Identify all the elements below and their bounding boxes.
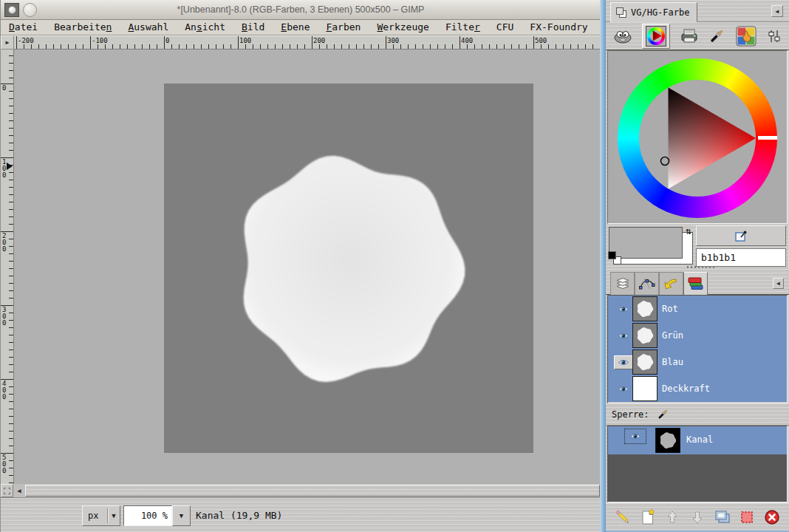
hue-saturation-wheel[interactable] xyxy=(618,58,777,218)
tab-paths[interactable] xyxy=(635,272,659,295)
chevron-down-icon: ▼ xyxy=(108,512,120,519)
duplicate-channel-button[interactable] xyxy=(712,506,733,528)
menu-bar: DateiBearbeitenAuswahlAnsichtBildEbeneFa… xyxy=(1,20,601,35)
menu-item-ansicht[interactable]: Ansicht xyxy=(177,20,233,35)
horizontal-ruler[interactable]: -200-1000100200300400500 xyxy=(14,35,601,50)
ruler-row: ▶ -200-1000100200300400500 xyxy=(1,35,601,50)
image-view[interactable] xyxy=(164,83,533,453)
menu-item-datei[interactable]: Datei xyxy=(1,20,46,35)
hruler-label: -200 xyxy=(18,37,34,44)
open-color-dialog-button[interactable] xyxy=(696,225,786,246)
default-colors-icon[interactable] xyxy=(608,251,623,266)
visibility-toggle[interactable] xyxy=(614,355,633,369)
scroll-left-arrow[interactable]: ◀ xyxy=(13,484,25,497)
dock-grip-handle[interactable] xyxy=(687,266,715,268)
zoom-dropdown-button[interactable]: ▼ xyxy=(172,505,191,526)
menu-item-cfu[interactable]: CFU xyxy=(488,20,522,35)
channel-thumbnail-graphic xyxy=(633,350,657,374)
channel-thumbnail[interactable] xyxy=(632,323,658,348)
channel-to-selection-button[interactable] xyxy=(737,506,757,528)
channel-thumbnail[interactable] xyxy=(632,296,658,321)
swap-colors-icon[interactable]: ⇅ xyxy=(686,226,691,236)
tab-layers[interactable] xyxy=(610,272,635,295)
menu-item-ebene[interactable]: Ebene xyxy=(273,20,318,35)
arrow-up-icon xyxy=(664,509,680,525)
tab-fg-bg-color[interactable]: VG/HG-Farbe xyxy=(610,2,697,22)
menu-item-filter[interactable]: Filter xyxy=(437,20,488,35)
wilber-icon xyxy=(613,29,632,44)
hruler-label: 100 xyxy=(239,37,251,44)
visibility-toggle[interactable] xyxy=(614,385,633,393)
gimp-selector-button[interactable] xyxy=(613,29,632,44)
channel-label: Grün xyxy=(662,330,683,341)
dock-window-edge[interactable] xyxy=(600,0,606,532)
tab-menu-button[interactable]: ◀ xyxy=(771,5,783,17)
visibility-toggle[interactable] xyxy=(614,332,633,340)
hruler-label: 200 xyxy=(313,37,325,44)
cmyk-selector-button[interactable] xyxy=(680,28,699,44)
menu-item-fx-foundry[interactable]: FX-Foundry xyxy=(522,20,595,35)
horizontal-scrollbar[interactable]: ◀ xyxy=(1,484,601,497)
menu-item-auswahl[interactable]: Auswahl xyxy=(120,20,177,35)
printer-icon xyxy=(680,28,699,44)
palette-selector-button[interactable] xyxy=(735,25,757,47)
new-channel-button[interactable] xyxy=(638,506,658,528)
vruler-label: 300 xyxy=(2,307,8,327)
saturation-value-triangle[interactable] xyxy=(618,58,777,218)
channel-row-grn[interactable]: Grün xyxy=(608,322,787,349)
channel-blob-graphic xyxy=(164,83,533,453)
pencil-icon xyxy=(614,508,632,526)
zoom-input[interactable]: 100 % xyxy=(123,505,172,526)
channel-item-thumbnail[interactable] xyxy=(655,428,680,453)
lock-row: Sperre: xyxy=(606,403,789,426)
menu-item-bild[interactable]: Bild xyxy=(233,20,273,35)
title-bar[interactable]: *[Unbenannt]-8.0 (RGB-Farben, 3 Ebenen) … xyxy=(1,0,601,20)
menu-item-farben[interactable]: Farben xyxy=(318,20,369,35)
raise-channel-button[interactable] xyxy=(662,506,683,528)
tab-undo-history[interactable] xyxy=(659,272,683,295)
visibility-toggle[interactable] xyxy=(624,429,646,444)
hex-color-input[interactable]: b1b1b1 xyxy=(696,248,786,267)
channel-row-blau[interactable]: Blau xyxy=(608,349,787,375)
wheel-selector-frame xyxy=(646,26,666,47)
tab-channels[interactable] xyxy=(683,272,708,295)
ruler-origin-button[interactable]: ▶ xyxy=(1,35,14,50)
paths-icon xyxy=(638,276,656,291)
lock-label: Sperre: xyxy=(612,409,649,420)
color-selector-toolbar xyxy=(606,22,789,50)
vruler-label: 0 xyxy=(2,85,8,92)
channel-thumbnail[interactable] xyxy=(632,376,658,401)
menu-item-werkzeuge[interactable]: Werkzeuge xyxy=(369,20,437,35)
canvas-area[interactable] xyxy=(14,50,601,484)
dock-window: VG/HG-Farbe ◀ xyxy=(606,0,789,532)
watercolor-selector-button[interactable] xyxy=(708,27,725,45)
lock-paint-brush-icon[interactable] xyxy=(655,407,670,422)
tab-menu-button-2[interactable]: ◀ xyxy=(773,278,784,289)
channel-item-row[interactable]: Kanal xyxy=(608,426,787,454)
layers-icon xyxy=(614,277,632,290)
unit-dropdown[interactable]: px ▼ xyxy=(82,505,120,526)
fg-bg-swatches-icon xyxy=(615,7,627,18)
scrollbar-thumb[interactable] xyxy=(25,485,600,497)
lower-channel-button[interactable] xyxy=(687,506,708,528)
vruler-label: 500 xyxy=(2,454,8,474)
edit-channel-button[interactable] xyxy=(612,506,633,528)
channels-list: RotGrünBlauDeckkraft xyxy=(607,295,788,403)
quickmask-toggle-button[interactable] xyxy=(1,484,13,497)
arrow-down-icon xyxy=(689,509,706,525)
channel-thumbnail[interactable] xyxy=(632,349,658,375)
scales-selector-button[interactable] xyxy=(767,28,782,44)
channel-row-deckkraft[interactable]: Deckkraft xyxy=(608,375,787,402)
vertical-ruler[interactable]: 0100200300400500 xyxy=(1,50,14,484)
menu-item-bearbeiten[interactable]: Bearbeiten xyxy=(46,20,120,35)
gimp-main-window: *[Unbenannt]-8.0 (RGB-Farben, 3 Ebenen) … xyxy=(0,0,600,532)
hruler-label: 300 xyxy=(387,37,399,44)
wheel-selector-button[interactable] xyxy=(642,24,670,49)
channel-row-rot[interactable]: Rot xyxy=(608,296,787,322)
eye-icon xyxy=(618,358,629,366)
paintbrush-icon xyxy=(708,27,725,45)
sliders-icon xyxy=(767,28,782,44)
visibility-toggle[interactable] xyxy=(614,305,633,313)
delete-channel-button[interactable] xyxy=(762,506,782,528)
hruler-label: -100 xyxy=(92,37,108,44)
